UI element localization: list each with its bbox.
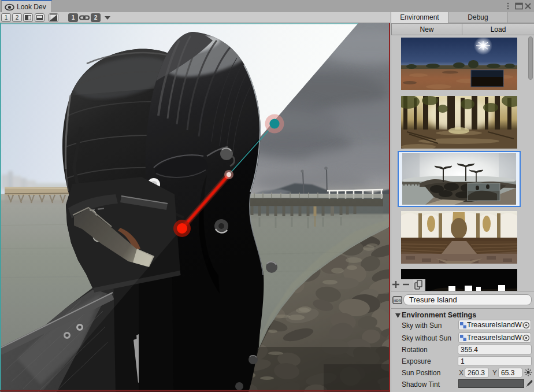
- svg-text:HDR: HDR: [394, 299, 402, 302]
